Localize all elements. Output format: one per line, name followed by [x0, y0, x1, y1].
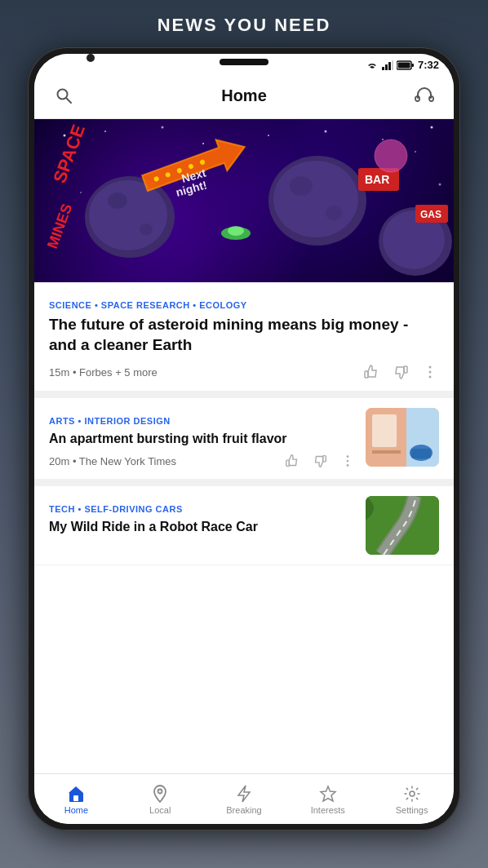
star-icon	[319, 785, 337, 803]
svg-point-12	[104, 131, 106, 132]
svg-point-55	[429, 376, 432, 379]
nav-local[interactable]: Local	[118, 774, 202, 824]
phone-screen: 7:32 Home	[34, 54, 454, 824]
breaking-nav-icon	[234, 784, 254, 804]
article-2-meta-row: 20m • The New York Times	[49, 453, 356, 469]
article-3-thumbnail	[366, 496, 439, 555]
article-2-title: An apartment bursting with fruit flavor	[49, 431, 356, 448]
breaking-icon	[235, 785, 253, 803]
hero-illustration: SPACE MINES Next night! BAR GAS	[34, 119, 454, 282]
svg-marker-72	[321, 786, 335, 801]
status-time: 7:32	[418, 59, 439, 71]
svg-text:MINES: MINES	[44, 202, 75, 250]
svg-point-17	[431, 126, 433, 129]
article-2-meta: 20m • The New York Times	[49, 455, 176, 467]
hero-image: SPACE MINES Next night! BAR GAS	[34, 119, 454, 282]
nav-home-label: Home	[64, 805, 88, 815]
svg-point-24	[108, 193, 127, 209]
thumbdown-icon	[392, 363, 410, 381]
svg-rect-66	[411, 449, 431, 458]
svg-point-73	[410, 791, 415, 796]
status-icons: 7:32	[366, 59, 439, 71]
nav-breaking[interactable]: Breaking	[202, 774, 286, 824]
article-3-category: TECH • SELF-DRIVING CARS	[49, 504, 356, 514]
svg-rect-0	[382, 67, 384, 70]
nav-interests[interactable]: Interests	[286, 774, 370, 824]
article-2-content: ARTS • INTERIOR DESIGN An apartment burs…	[49, 408, 356, 469]
nav-breaking-label: Breaking	[226, 805, 261, 815]
nav-settings[interactable]: Settings	[370, 774, 454, 824]
svg-point-29	[326, 206, 342, 220]
apt-thumbnail-bg	[366, 408, 439, 467]
svg-point-60	[347, 464, 349, 467]
headphones-button[interactable]	[410, 81, 439, 110]
battery-icon	[397, 60, 415, 70]
thumbup-icon	[362, 363, 380, 381]
divider-2	[34, 480, 454, 486]
nav-local-label: Local	[149, 805, 171, 815]
article-1-thumbup[interactable]	[362, 363, 380, 381]
phone-camera	[87, 54, 95, 62]
article-1-thumbdown[interactable]	[392, 363, 410, 381]
content-area: SPACE MINES Next night! BAR GAS	[34, 119, 454, 773]
top-bar-title: Home	[221, 86, 267, 105]
svg-point-59	[347, 460, 349, 463]
article-3: TECH • SELF-DRIVING CARS My Wild Ride in…	[34, 486, 454, 565]
article-1-meta: 15m • Forbes + 5 more	[49, 366, 157, 379]
bottom-nav: Home Local Breaking	[34, 773, 454, 824]
car-thumbnail-bg	[366, 496, 439, 555]
svg-rect-6	[411, 64, 414, 67]
nav-settings-label: Settings	[396, 805, 428, 815]
phone-notch	[220, 59, 268, 65]
svg-rect-69	[73, 795, 78, 801]
svg-point-70	[158, 789, 162, 793]
svg-rect-1	[385, 64, 388, 70]
more-icon-2	[339, 453, 356, 469]
svg-point-28	[290, 176, 313, 196]
svg-point-16	[382, 139, 384, 140]
svg-point-20	[439, 184, 441, 186]
nav-home[interactable]: Home	[34, 774, 118, 824]
divider-1	[34, 392, 454, 398]
svg-point-48	[228, 226, 244, 236]
svg-point-21	[268, 135, 269, 136]
more-icon	[421, 363, 439, 381]
article-1-more[interactable]	[421, 363, 439, 381]
svg-rect-57	[323, 456, 326, 462]
svg-text:BAR: BAR	[365, 173, 389, 186]
article-2-actions	[284, 453, 356, 469]
article-2-category: ARTS • INTERIOR DESIGN	[49, 416, 356, 426]
wifi-icon	[366, 60, 379, 70]
home-icon	[66, 785, 86, 803]
svg-text:GAS: GAS	[420, 209, 441, 220]
home-nav-icon	[66, 784, 86, 804]
page-title: NEWS YOU NEED	[0, 0, 488, 47]
svg-marker-71	[238, 786, 250, 802]
article-2-thumbnail	[366, 408, 439, 467]
search-button[interactable]	[49, 81, 78, 110]
signal-icon	[382, 60, 393, 70]
svg-point-13	[162, 126, 164, 129]
location-icon	[152, 785, 168, 803]
headphones-icon	[415, 86, 434, 104]
article-2: ARTS • INTERIOR DESIGN An apartment burs…	[34, 398, 454, 480]
thumbdown-icon-2	[312, 453, 328, 469]
svg-rect-67	[372, 450, 401, 454]
thumbup-icon-2	[284, 453, 300, 469]
svg-rect-56	[286, 460, 290, 466]
svg-point-58	[347, 455, 349, 458]
article-2-thumbdown[interactable]	[312, 453, 328, 469]
article-1-title: The future of asteroid mining means big …	[49, 315, 439, 355]
svg-rect-51	[365, 371, 368, 378]
article-1-category: SCIENCE • SPACE RESEARCH • ECOLOGY	[49, 300, 439, 310]
article-3-title: My Wild Ride in a Robot Race Car	[49, 519, 356, 536]
svg-point-54	[429, 371, 432, 374]
article-2-thumbup[interactable]	[284, 453, 300, 469]
svg-rect-2	[388, 62, 391, 70]
article-2-more[interactable]	[339, 453, 356, 469]
apt-illustration	[366, 408, 439, 467]
svg-text:night!: night!	[175, 178, 209, 199]
settings-nav-icon	[402, 784, 422, 804]
phone-frame: 7:32 Home	[28, 47, 460, 830]
svg-point-25	[140, 224, 153, 235]
